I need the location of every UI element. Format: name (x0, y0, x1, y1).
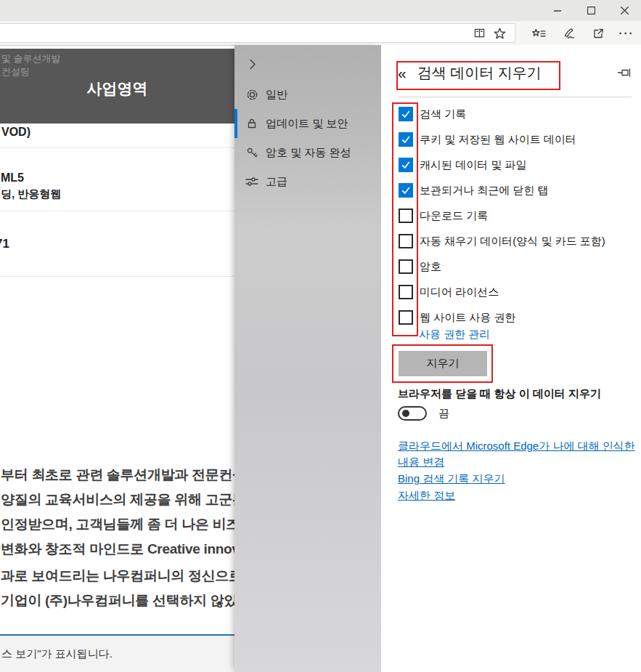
checkbox[interactable] (399, 107, 413, 121)
checkbox-row-tabs[interactable]: 보관되거나 최근에 닫힌 탭 (399, 183, 605, 198)
gear-icon (245, 89, 258, 101)
hero-small-text-2: 컨설팅 (1, 65, 30, 78)
more-ellipsis-icon[interactable]: ··· (614, 21, 639, 45)
checkbox[interactable] (399, 132, 413, 147)
panel-title: 검색 데이터 지우기 (417, 63, 542, 83)
checkbox-label: 보관되거나 최근에 닫힌 탭 (420, 184, 549, 198)
nav-item-label: 고급 (266, 175, 287, 189)
active-accent-bar (234, 109, 237, 138)
page-row-number: 71 (0, 237, 9, 251)
lock-icon (245, 118, 258, 129)
maximize-button[interactable] (574, 0, 608, 21)
nav-item-privacy-security[interactable]: 업데이트 및 보안 (234, 109, 381, 138)
bing-history-link[interactable]: Bing 검색 기록 지우기 (398, 472, 505, 486)
checkbox-row-site-permissions[interactable]: 웹 사이트 사용 권한 (399, 310, 605, 325)
checkbox-row-autofill[interactable]: 자동 채우기 데이터(양식 및 카드 포함) (399, 234, 605, 248)
page-row-vod: VOD) (1, 126, 30, 139)
checkbox-label: 웹 사이트 사용 권한 (420, 311, 516, 325)
checkbox-row-cookies[interactable]: 쿠키 및 저장된 웹 사이트 데이터 (399, 132, 605, 147)
checkbox-row-media-licenses[interactable]: 미디어 라이선스 (399, 285, 605, 299)
panel-divider (398, 97, 632, 97)
nav-item-label: 암호 및 자동 완성 (266, 146, 351, 160)
manage-permissions-link[interactable]: 사용 권한 관리 (419, 328, 490, 341)
checkbox[interactable] (399, 183, 413, 198)
checkbox-row-cached-data[interactable]: 캐시된 데이터 및 파일 (399, 158, 605, 172)
settings-nav-flyout: 일반 업데이트 및 보안 암호 및 자동 완성 (234, 45, 381, 672)
hub-favorites-icon[interactable] (526, 21, 551, 45)
close-button[interactable] (608, 0, 641, 21)
sliders-icon (245, 177, 258, 187)
checkbox[interactable] (399, 158, 413, 172)
page-row-coding: 딩, 반응형웹 (1, 187, 61, 201)
key-icon (245, 147, 258, 159)
clear-browsing-data-panel: « 검색 데이터 지우기 검색 기록 (381, 45, 641, 672)
minimize-button[interactable] (541, 0, 574, 21)
title-bar (0, 0, 641, 21)
edge-window: ··· 및 솔루션개발 컨설팅 사업영역 VOD) ML5 딩, 반응형웹 71… (0, 0, 641, 672)
always-clear-toggle-row: 끔 (398, 406, 449, 421)
nav-item-passwords-autofill[interactable]: 암호 및 자동 완성 (234, 138, 381, 167)
checkbox-row-browsing-history[interactable]: 검색 기록 (399, 107, 605, 121)
checkbox-label: 검색 기록 (420, 108, 466, 121)
checkbox-label: 쿠키 및 저장된 웹 사이트 데이터 (420, 133, 576, 147)
nav-item-general[interactable]: 일반 (234, 80, 381, 109)
clear-button[interactable]: 지우기 (399, 351, 487, 376)
collapse-chevron-icon[interactable] (244, 56, 261, 72)
data-types-checkbox-list: 검색 기록 쿠키 및 저장된 웹 사이트 데이터 캐시된 데이터 및 파일 보관… (399, 107, 605, 336)
toggle-state-label: 끔 (438, 407, 449, 421)
toggle-switch-off[interactable] (398, 406, 427, 421)
nav-item-label: 업데이트 및 보안 (266, 117, 348, 131)
checkbox[interactable] (399, 259, 413, 274)
checkbox[interactable] (399, 285, 413, 299)
checkbox[interactable] (399, 209, 413, 223)
hero-small-text-1: 및 솔루션개발 (1, 52, 61, 65)
checkbox-label: 자동 채우기 데이터(양식 및 카드 포함) (420, 235, 605, 248)
browser-toolbar: ··· (0, 21, 641, 46)
checkbox-row-passwords[interactable]: 암호 (399, 259, 605, 274)
hero-title: 사업영역 (0, 78, 234, 99)
page-footer-text: 스 보기"가 표시됩니다. (1, 647, 113, 661)
back-chevron-icon[interactable]: « (398, 65, 407, 81)
window-controls (541, 0, 641, 21)
cloud-recognition-link-line2[interactable]: 내용 변경 (398, 456, 444, 469)
more-ellipsis-glyph: ··· (619, 27, 634, 39)
checkbox-label: 암호 (420, 260, 441, 274)
panel-header: « 검색 데이터 지우기 (398, 60, 632, 85)
nav-item-label: 일반 (266, 88, 287, 102)
checkbox-label: 다운로드 기록 (420, 209, 488, 223)
share-icon[interactable] (586, 21, 611, 45)
web-note-pen-icon[interactable] (557, 21, 581, 45)
checkbox-label: 캐시된 데이터 및 파일 (420, 158, 527, 172)
page-row-html5: ML5 (1, 171, 24, 185)
add-favorite-star-icon[interactable] (487, 21, 512, 45)
checkbox-row-download-history[interactable]: 다운로드 기록 (399, 209, 605, 223)
address-bar[interactable] (0, 23, 515, 43)
checkbox[interactable] (399, 310, 413, 325)
pin-panel-icon[interactable] (618, 68, 632, 78)
nav-item-advanced[interactable]: 고급 (234, 167, 381, 196)
checkbox-label: 미디어 라이선스 (420, 286, 499, 299)
cloud-recognition-link-line1[interactable]: 클라우드에서 Microsoft Edge가 나에 대해 인식한 (398, 440, 635, 453)
learn-more-link[interactable]: 자세한 정보 (398, 489, 455, 503)
always-clear-label: 브라우저를 닫을 때 항상 이 데이터 지우기 (398, 387, 601, 401)
checkbox[interactable] (399, 234, 413, 248)
